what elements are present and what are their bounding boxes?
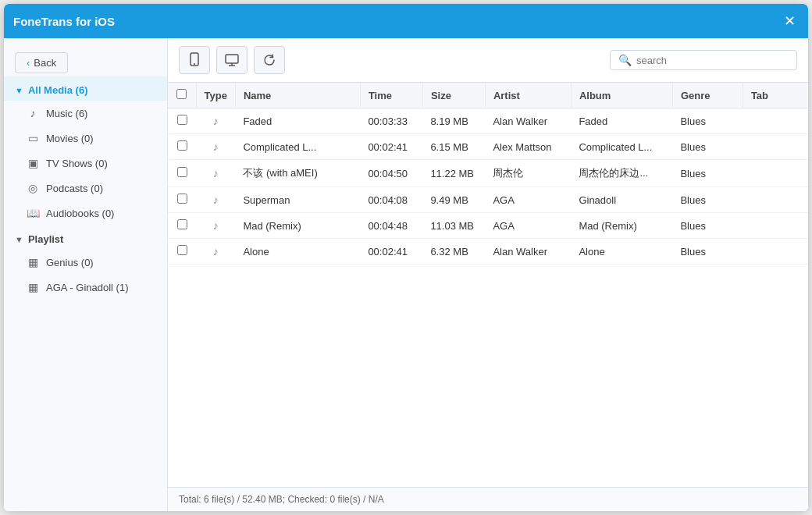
sidebar-item-aga-ginadoll[interactable]: ▦ AGA - Ginadoll (1) [4, 275, 167, 300]
row-checkbox-cell [168, 213, 196, 239]
playlist-section-header[interactable]: ▼ Playlist [4, 226, 167, 250]
row-type-cell: ♪ [196, 108, 235, 134]
header-tab: Tab [743, 83, 808, 108]
row-name-cell: Alone [235, 239, 360, 265]
tvshows-icon: ▣ [26, 157, 40, 169]
status-text: Total: 6 file(s) / 52.40 MB; Checked: 0 … [179, 494, 384, 505]
table-row: ♪ Alone 00:02:41 6.32 MB Alan Walker Alo… [168, 239, 808, 265]
movies-icon: ▭ [26, 132, 40, 144]
header-checkbox-col [168, 83, 196, 108]
back-button-label: Back [34, 57, 56, 69]
sidebar-aga-ginadoll-label: AGA - Ginadoll (1) [46, 282, 129, 293]
row-artist-cell: 周杰伦 [485, 160, 571, 187]
back-button[interactable]: ‹ Back [15, 52, 68, 73]
row-checkbox-cell [168, 187, 196, 213]
table-row: ♪ Mad (Remix) 00:04:48 11.03 MB AGA Mad … [168, 213, 808, 239]
row-genre-cell: Blues [672, 239, 743, 265]
row-album-cell: Alone [571, 239, 672, 265]
table-row: ♪ Superman 00:04:08 9.49 MB AGA Ginadoll… [168, 187, 808, 213]
all-media-arrow-icon: ▼ [15, 86, 23, 95]
header-size: Size [422, 83, 485, 108]
table-body: ♪ Faded 00:03:33 8.19 MB Alan Walker Fad… [168, 108, 808, 265]
phone-icon [187, 52, 202, 68]
computer-icon [224, 52, 240, 68]
row-time-cell: 00:04:48 [360, 213, 422, 239]
header-genre: Genre [672, 83, 743, 108]
row-checkbox-0[interactable] [177, 115, 187, 125]
back-arrow-icon: ‹ [27, 57, 30, 69]
row-checkbox-5[interactable] [177, 245, 187, 255]
sidebar-item-music[interactable]: ♪ Music (6) [4, 101, 167, 126]
row-tab-cell [743, 160, 808, 187]
row-album-cell: Faded [571, 108, 672, 134]
sidebar-all-media-header[interactable]: ▼ All Media (6) [4, 76, 167, 101]
sidebar-item-genius[interactable]: ▦ Genius (0) [4, 250, 167, 275]
row-genre-cell: Blues [672, 134, 743, 160]
row-type-cell: ♪ [196, 160, 235, 187]
close-button[interactable]: ✕ [781, 11, 799, 31]
row-tab-cell [743, 108, 808, 134]
row-size-cell: 9.49 MB [422, 187, 485, 213]
row-checkbox-3[interactable] [177, 194, 187, 204]
row-type-cell: ♪ [196, 213, 235, 239]
content-area: 🔍 Type [168, 38, 808, 511]
music-note-icon: ♪ [213, 219, 219, 232]
row-checkbox-4[interactable] [177, 219, 187, 229]
row-artist-cell: AGA [485, 213, 571, 239]
status-bar: Total: 6 file(s) / 52.40 MB; Checked: 0 … [168, 487, 808, 511]
svg-point-1 [194, 63, 195, 65]
row-checkbox-1[interactable] [177, 140, 187, 151]
select-all-checkbox[interactable] [176, 89, 187, 99]
row-time-cell: 00:04:50 [360, 160, 422, 187]
row-genre-cell: Blues [672, 160, 743, 187]
sidebar-item-tvshows[interactable]: ▣ TV Shows (0) [4, 151, 167, 176]
header-album: Album [571, 83, 672, 108]
computer-button[interactable] [216, 46, 248, 74]
sidebar-item-movies[interactable]: ▭ Movies (0) [4, 126, 167, 151]
sidebar: ‹ Back ▼ All Media (6) ♪ Music (6) ▭ Mov… [4, 38, 168, 511]
search-box: 🔍 [610, 50, 797, 70]
row-checkbox-cell [168, 108, 196, 134]
row-size-cell: 11.03 MB [422, 213, 485, 239]
app-window: FoneTrans for iOS ✕ ‹ Back ▼ All Media (… [4, 4, 808, 511]
row-tab-cell [743, 213, 808, 239]
row-artist-cell: Alan Walker [485, 108, 571, 134]
header-time: Time [360, 83, 422, 108]
table-row: ♪ 不该 (with aMEI) 00:04:50 11.22 MB 周杰伦 周… [168, 160, 808, 187]
music-note-icon: ♪ [213, 167, 219, 179]
sidebar-genius-label: Genius (0) [46, 257, 94, 268]
music-note-icon: ♪ [213, 245, 219, 258]
row-checkbox-cell [168, 160, 196, 187]
audiobooks-icon: 📖 [26, 207, 40, 219]
row-size-cell: 6.32 MB [422, 239, 485, 265]
playlist-section-label: Playlist [28, 233, 64, 245]
genius-icon: ▦ [26, 256, 40, 268]
main-area: ‹ Back ▼ All Media (6) ♪ Music (6) ▭ Mov… [4, 38, 808, 511]
row-tab-cell [743, 134, 808, 160]
sidebar-podcasts-label: Podcasts (0) [46, 183, 103, 194]
row-size-cell: 8.19 MB [422, 108, 485, 134]
row-name-cell: 不该 (with aMEI) [235, 160, 360, 187]
search-input[interactable] [636, 55, 789, 66]
row-type-cell: ♪ [196, 187, 235, 213]
row-tab-cell [743, 239, 808, 265]
music-note-icon: ♪ [213, 140, 219, 153]
all-media-label: All Media (6) [28, 84, 88, 96]
refresh-icon [262, 53, 276, 67]
row-time-cell: 00:02:41 [360, 134, 422, 160]
table-row: ♪ Faded 00:03:33 8.19 MB Alan Walker Fad… [168, 108, 808, 134]
sidebar-tvshows-label: TV Shows (0) [46, 158, 108, 169]
sidebar-item-podcasts[interactable]: ◎ Podcasts (0) [4, 176, 167, 201]
row-type-cell: ♪ [196, 134, 235, 160]
row-size-cell: 6.15 MB [422, 134, 485, 160]
row-name-cell: Superman [235, 187, 360, 213]
row-album-cell: Complicated L... [571, 134, 672, 160]
row-checkbox-cell [168, 239, 196, 265]
table-header-row: Type Name Time Size [168, 83, 808, 108]
row-checkbox-2[interactable] [177, 167, 187, 177]
refresh-button[interactable] [254, 46, 285, 74]
row-genre-cell: Blues [672, 108, 743, 134]
sidebar-item-audiobooks[interactable]: 📖 Audiobooks (0) [4, 201, 167, 226]
device-to-computer-button[interactable] [179, 46, 210, 74]
app-title: FoneTrans for iOS [13, 15, 115, 28]
